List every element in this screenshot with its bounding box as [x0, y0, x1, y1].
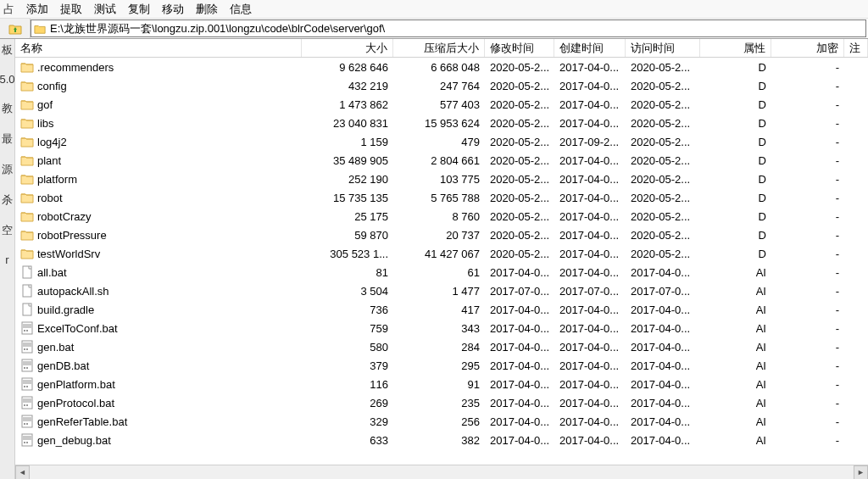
- menu-copy[interactable]: 复制: [122, 0, 156, 19]
- menu-delete[interactable]: 删除: [190, 0, 224, 19]
- file-enc: -: [771, 61, 844, 74]
- svg-rect-16: [23, 380, 31, 384]
- table-row[interactable]: genDB.bat3792952017-04-0...2017-04-0...2…: [15, 356, 868, 375]
- file-accessed: 2017-04-0...: [626, 322, 700, 335]
- file-enc: -: [771, 80, 844, 92]
- file-enc: -: [771, 229, 844, 242]
- pathbar: [0, 19, 868, 39]
- table-row[interactable]: gen_debug.bat6333822017-04-0...2017-04-0…: [15, 431, 868, 449]
- table-row[interactable]: robot15 735 1355 765 7882020-05-2...2017…: [15, 188, 868, 207]
- menu-move[interactable]: 移动: [156, 0, 190, 19]
- table-row[interactable]: genPlatform.bat116912017-04-0...2017-04-…: [15, 375, 868, 393]
- table-row[interactable]: all.bat81612017-04-0...2017-04-0...2017-…: [15, 263, 868, 281]
- file-name: libs: [37, 117, 54, 130]
- menu-test[interactable]: 测试: [88, 0, 122, 19]
- file-modified: 2017-04-0...: [485, 322, 554, 335]
- file-enc: -: [771, 304, 844, 316]
- file-size: 633: [302, 434, 393, 447]
- sidebar-label: 5.0: [0, 73, 15, 86]
- table-row[interactable]: .recommenders9 628 6466 668 0482020-05-2…: [15, 58, 868, 76]
- file-modified: 2017-04-0...: [485, 397, 554, 409]
- table-row[interactable]: testWorldSrv305 523 1...41 427 0672020-0…: [15, 244, 868, 263]
- table-row[interactable]: log4j21 1594792020-05-2...2017-09-2...20…: [15, 132, 868, 151]
- file-size: 35 489 905: [302, 154, 393, 167]
- file-modified: 2020-05-2...: [485, 98, 554, 111]
- file-packed: 6 668 048: [393, 61, 485, 74]
- table-row[interactable]: ExcelToConf.bat7593432017-04-0...2017-04…: [15, 319, 868, 337]
- file-packed: 235: [393, 397, 485, 409]
- col-annotation[interactable]: 注: [844, 39, 868, 57]
- file-enc: -: [771, 415, 844, 428]
- svg-point-25: [24, 423, 25, 425]
- col-size[interactable]: 大小: [302, 39, 393, 57]
- file-accessed: 2020-05-2...: [626, 229, 700, 242]
- horizontal-scrollbar[interactable]: ◄ ►: [15, 465, 868, 479]
- file-size: 25 175: [302, 210, 393, 223]
- file-attr: AI: [700, 322, 771, 335]
- col-name[interactable]: 名称: [15, 39, 302, 57]
- file-enc: -: [771, 397, 844, 409]
- table-row[interactable]: platform252 190103 7752020-05-2...2017-0…: [15, 170, 868, 188]
- file-created: 2017-04-0...: [554, 210, 626, 223]
- scroll-track[interactable]: [30, 465, 854, 479]
- file-size: 432 219: [302, 80, 393, 92]
- menu-leading-fragment: 占: [3, 0, 20, 19]
- file-accessed: 2017-04-0...: [626, 359, 700, 372]
- table-row[interactable]: autopackAll.sh3 5041 4772017-07-0...2017…: [15, 281, 868, 300]
- file-name: build.gradle: [37, 304, 94, 316]
- table-row[interactable]: config432 219247 7642020-05-2...2017-04-…: [15, 76, 868, 95]
- file-created: 2017-04-0...: [554, 229, 626, 242]
- col-modified[interactable]: 修改时间: [485, 39, 554, 57]
- table-row[interactable]: robotCrazy25 1758 7602020-05-2...2017-04…: [15, 207, 868, 226]
- file-modified: 2020-05-2...: [485, 210, 554, 223]
- path-input[interactable]: [48, 20, 865, 36]
- menu-info[interactable]: 信息: [224, 0, 258, 19]
- col-encrypted[interactable]: 加密: [771, 39, 844, 57]
- file-modified: 2020-05-2...: [485, 173, 554, 186]
- file-enc: -: [771, 285, 844, 298]
- file-accessed: 2020-05-2...: [626, 210, 700, 223]
- svg-point-30: [26, 442, 28, 443]
- table-row[interactable]: libs23 040 83115 953 6242020-05-2...2017…: [15, 114, 868, 132]
- table-row[interactable]: gof1 473 862577 4032020-05-2...2017-04-0…: [15, 95, 868, 114]
- file-name: robotPressure: [37, 229, 107, 242]
- file-accessed: 2017-04-0...: [626, 397, 700, 409]
- file-created: 2017-04-0...: [554, 415, 626, 428]
- file-size: 252 190: [302, 173, 393, 186]
- file-modified: 2017-04-0...: [485, 434, 554, 447]
- menu-extract[interactable]: 提取: [54, 0, 88, 19]
- file-attr: AI: [700, 378, 771, 391]
- table-row[interactable]: gen.bat5802842017-04-0...2017-04-0...201…: [15, 337, 868, 356]
- up-button[interactable]: [0, 19, 31, 38]
- file-size: 1 473 862: [302, 98, 393, 111]
- file-created: 2017-04-0...: [554, 341, 626, 354]
- scroll-right-button[interactable]: ►: [854, 465, 868, 480]
- col-attributes[interactable]: 属性: [700, 39, 771, 57]
- file-attr: D: [700, 210, 771, 223]
- path-box[interactable]: [31, 19, 866, 37]
- file-size: 116: [302, 378, 393, 391]
- table-row[interactable]: plant35 489 9052 804 6612020-05-2...2017…: [15, 151, 868, 170]
- file-size: 81: [302, 266, 393, 279]
- bat-icon: [20, 433, 34, 447]
- file-size: 759: [302, 322, 393, 335]
- file-created: 2017-04-0...: [554, 304, 626, 316]
- file-created: 2017-04-0...: [554, 192, 626, 204]
- col-created[interactable]: 创建时间: [554, 39, 626, 57]
- scroll-left-button[interactable]: ◄: [15, 465, 30, 480]
- menubar: 占 添加 提取 测试 复制 移动 删除 信息: [0, 0, 868, 19]
- col-packed[interactable]: 压缩后大小: [393, 39, 485, 57]
- menu-add[interactable]: 添加: [20, 0, 54, 19]
- bat-icon: [20, 396, 34, 409]
- table-row[interactable]: build.gradle7364172017-04-0...2017-04-0.…: [15, 300, 868, 319]
- file-packed: 382: [393, 434, 485, 447]
- table-row[interactable]: genReferTable.bat3292562017-04-0...2017-…: [15, 412, 868, 431]
- file-accessed: 2020-05-2...: [626, 248, 700, 260]
- table-row[interactable]: robotPressure59 87020 7372020-05-2...201…: [15, 226, 868, 244]
- file-packed: 5 765 788: [393, 192, 485, 204]
- file-packed: 41 427 067: [393, 248, 485, 260]
- file-name: genReferTable.bat: [37, 415, 127, 428]
- file-enc: -: [771, 248, 844, 260]
- col-accessed[interactable]: 访问时间: [626, 39, 700, 57]
- table-row[interactable]: genProtocol.bat2692352017-04-0...2017-04…: [15, 393, 868, 412]
